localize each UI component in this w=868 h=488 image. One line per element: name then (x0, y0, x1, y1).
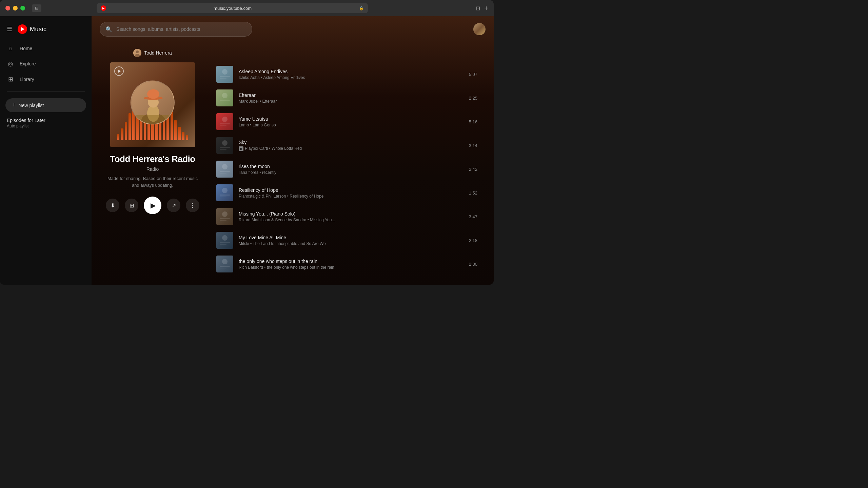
track-thumbnail (216, 137, 233, 154)
top-bar: 🔍 (92, 16, 494, 42)
new-tab-button[interactable]: + (484, 4, 488, 12)
svg-rect-17 (220, 102, 226, 102)
site-favicon: ▶ (101, 5, 106, 11)
svg-rect-20 (220, 123, 230, 124)
svg-rect-16 (220, 100, 230, 101)
sidebar-item-explore[interactable]: ◎ Explore (0, 56, 92, 72)
playlist-item-episodes[interactable]: Episodes for Later Auto playlist (0, 115, 92, 131)
track-thumbnail (216, 161, 233, 178)
track-thumbnail (216, 66, 233, 83)
track-item[interactable]: My Love Mine All Mine Mitski • The Land … (214, 228, 480, 252)
track-info: Asleep Among Endives Ichiko Aoba • Aslee… (239, 69, 460, 80)
svg-point-43 (222, 259, 228, 264)
track-info: Missing You... (Piano Solo) Rikard Mathi… (239, 211, 460, 222)
track-duration: 5:07 (465, 72, 477, 77)
track-item[interactable]: Resiliency of Hope Pianostalgic & Phil L… (214, 181, 480, 205)
track-artist: Pianostalgic & Phil Larson • Resiliency … (239, 194, 460, 199)
user-avatar[interactable] (473, 23, 486, 35)
save-button[interactable]: ⊞ (125, 199, 138, 212)
track-item[interactable]: the only one who steps out in the rain R… (214, 252, 480, 276)
sidebar-item-home[interactable]: ⌂ Home (0, 41, 92, 56)
waveform-bar (182, 132, 184, 140)
track-item[interactable]: rises the moon liana flores • recently 2… (214, 157, 480, 181)
small-play-button[interactable] (114, 66, 124, 76)
menu-icon[interactable]: ☰ (7, 25, 12, 33)
svg-point-39 (222, 235, 228, 241)
search-input[interactable] (116, 26, 246, 32)
track-info: Efteraar Mark Jubel • Efteraar (239, 93, 460, 104)
address-bar[interactable]: ▶ music.youtube.com 🔒 (97, 3, 368, 13)
explore-icon: ◎ (7, 60, 14, 67)
album-art (110, 62, 195, 147)
track-info: rises the moon liana flores • recently (239, 164, 460, 175)
browser-chrome: ⊟ ▶ music.youtube.com 🔒 ⊡ + (0, 0, 494, 16)
radio-description: Made for sharing. Based on their recent … (105, 175, 200, 188)
left-panel: Todd Herrera (105, 49, 200, 214)
avatar-image (473, 23, 486, 35)
play-triangle-icon (118, 69, 121, 73)
new-playlist-button[interactable]: + New playlist (5, 98, 86, 112)
track-thumbnail (216, 89, 233, 106)
album-circle-image (131, 81, 175, 125)
main-content: 🔍 Todd H (92, 16, 494, 285)
play-button[interactable]: ▶ (144, 197, 161, 214)
waveform-bar (178, 127, 180, 140)
svg-rect-24 (220, 147, 230, 148)
track-duration: 5:16 (465, 119, 477, 124)
sidebar-item-label: Library (20, 77, 34, 82)
track-artist: Rikard Mathisson & Sence by Sandra • Mis… (239, 218, 460, 222)
svg-rect-37 (220, 220, 226, 221)
svg-rect-28 (220, 171, 230, 172)
sidebar-item-label: Explore (20, 61, 36, 66)
minimize-button[interactable] (13, 6, 18, 11)
track-artist: EPlayboi Carti • Whole Lotta Red (239, 146, 460, 151)
track-name: Efteraar (239, 93, 460, 98)
more-icon: ⋮ (190, 202, 195, 209)
track-name: rises the moon (239, 164, 460, 169)
track-name: Sky (239, 140, 460, 145)
explicit-icon: E (239, 146, 243, 151)
svg-rect-32 (220, 195, 230, 196)
more-button[interactable]: ⋮ (186, 199, 199, 212)
track-thumbnail (216, 232, 233, 249)
maximize-button[interactable] (20, 6, 25, 11)
sidebar-item-label: Home (20, 46, 32, 51)
yt-music-logo[interactable]: Music (18, 24, 47, 34)
svg-point-23 (222, 140, 228, 146)
svg-point-19 (222, 117, 228, 122)
search-icon: 🔍 (105, 26, 112, 33)
waveform-bar (117, 134, 119, 140)
track-duration: 2:30 (465, 262, 477, 267)
sidebar-icon: ⊟ (35, 6, 38, 11)
svg-rect-21 (220, 125, 226, 126)
svg-point-15 (222, 93, 228, 98)
track-name: Missing You... (Piano Solo) (239, 211, 460, 217)
track-duration: 2:25 (465, 96, 477, 101)
radio-title: Todd Herrera's Radio (110, 154, 195, 164)
svg-point-35 (222, 211, 228, 217)
svg-rect-44 (220, 266, 230, 267)
track-item[interactable]: Efteraar Mark Jubel • Efteraar 2:25 (214, 86, 480, 110)
plus-icon: + (12, 102, 16, 109)
track-duration: 2:18 (465, 238, 477, 243)
waveform-bar (174, 120, 177, 140)
artist-chip[interactable]: Todd Herrera (133, 49, 172, 57)
share-icon: ↗ (172, 202, 176, 209)
controls-row: ⬇ ⊞ ▶ ↗ ⋮ (106, 197, 199, 214)
track-duration: 1:52 (465, 190, 477, 196)
track-item[interactable]: Sky EPlayboi Carti • Whole Lotta Red 3:1… (214, 134, 480, 157)
track-item[interactable]: Asleep Among Endives Ichiko Aoba • Aslee… (214, 62, 480, 86)
svg-point-27 (222, 164, 228, 169)
track-info: Yume Utsutsu Lamp • Lamp Genso (239, 116, 460, 127)
download-button[interactable]: ⬇ (106, 199, 119, 212)
share-button[interactable]: ↗ (167, 199, 180, 212)
sidebar-toggle-button[interactable]: ⊟ (32, 4, 41, 12)
sidebar-item-library[interactable]: ⊞ Library (0, 72, 92, 87)
track-item[interactable]: Yume Utsutsu Lamp • Lamp Genso 5:16 (214, 110, 480, 134)
track-item[interactable]: Missing You... (Piano Solo) Rikard Mathi… (214, 205, 480, 228)
close-button[interactable] (5, 6, 10, 11)
search-bar[interactable]: 🔍 (100, 22, 252, 37)
cast-icon[interactable]: ⊡ (474, 4, 481, 13)
svg-rect-25 (220, 149, 226, 150)
new-playlist-label: New playlist (19, 103, 44, 108)
